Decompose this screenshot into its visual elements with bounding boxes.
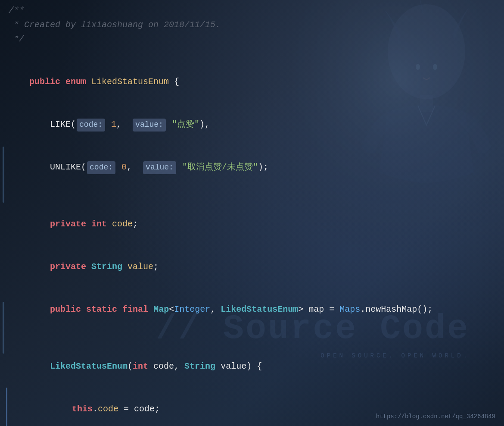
comment-line-3: */ bbox=[9, 32, 495, 46]
blank-3 bbox=[9, 331, 495, 345]
comment-line-1: /** bbox=[9, 3, 495, 18]
enum-decl: public enum LikedStatusEnum { bbox=[9, 60, 495, 103]
blank-1 bbox=[9, 46, 495, 60]
keyword-enum: enum bbox=[65, 77, 86, 87]
unlike-code-badge: code: bbox=[87, 161, 115, 174]
field-code: private int code; bbox=[9, 203, 495, 245]
comment-line-2: * Created by lixiaoshuang on 2018/11/15. bbox=[9, 18, 495, 32]
code-container: /** * Created by lixiaoshuang on 2018/11… bbox=[0, 0, 504, 426]
constructor-sig: LikedStatusEnum(int code, String value) … bbox=[9, 345, 495, 388]
like-code-badge: code: bbox=[77, 119, 105, 132]
map-field: public static final Map<Integer, LikedSt… bbox=[9, 288, 495, 331]
constructor-body-1: this.code = code; bbox=[6, 388, 495, 426]
like-value-badge: value: bbox=[133, 119, 166, 132]
blank-2 bbox=[9, 188, 495, 203]
url-text: https://blog.csdn.net/qq_34264849 bbox=[376, 413, 495, 420]
unlike-line: UNLIKE(code: 0, value: "取消点赞/未点赞"); bbox=[9, 146, 495, 188]
enum-name: LikedStatusEnum bbox=[91, 77, 169, 87]
unlike-value-badge: value: bbox=[143, 161, 176, 174]
keyword-public: public bbox=[29, 77, 60, 87]
like-line: LIKE(code: 1, value: "点赞"), bbox=[9, 103, 495, 146]
field-value: private String value; bbox=[9, 245, 495, 288]
left-hint-bars bbox=[3, 0, 4, 426]
